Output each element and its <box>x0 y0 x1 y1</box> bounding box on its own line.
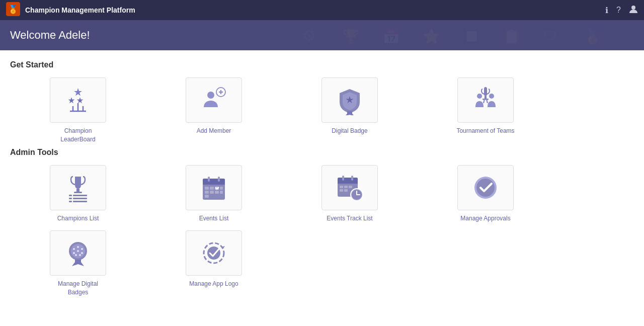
svg-rect-55 <box>338 182 358 184</box>
svg-rect-45 <box>210 187 214 190</box>
card-label-manage-digital-badges: Manage DigitalBadges <box>58 280 98 297</box>
card-label-champion-leaderboard: ChampionLeaderBoard <box>60 127 95 144</box>
svg-rect-51 <box>220 191 223 194</box>
card-box-events-track-list[interactable] <box>321 165 378 210</box>
card-label-tournament-of-teams: Tournament of Teams <box>456 127 514 135</box>
svg-text:⭐: ⭐ <box>423 28 440 45</box>
svg-text:🏅: 🏅 <box>8 5 18 14</box>
card-box-manage-digital-badges[interactable] <box>50 230 106 276</box>
get-started-title: Get Started <box>10 60 634 69</box>
svg-text:🏅: 🏅 <box>584 28 601 45</box>
topbar-left: 🏅 Champion Management Platform <box>6 2 135 18</box>
info-icon[interactable]: ℹ <box>605 6 608 15</box>
medal-dots-icon <box>63 238 93 268</box>
get-started-section: Get Started Cha <box>10 60 634 144</box>
svg-rect-33 <box>69 195 72 196</box>
svg-point-77 <box>75 254 77 256</box>
svg-point-74 <box>73 252 75 254</box>
svg-rect-48 <box>205 191 209 194</box>
card-box-manage-approvals[interactable] <box>457 165 514 210</box>
team-trophy-icon <box>470 85 501 115</box>
svg-point-18 <box>207 92 214 99</box>
card-box-champion-leaderboard[interactable] <box>50 77 106 123</box>
card-box-champions-list[interactable] <box>50 165 106 210</box>
svg-marker-24 <box>345 114 355 115</box>
svg-rect-42 <box>208 177 210 182</box>
card-box-manage-app-logo[interactable] <box>186 230 242 276</box>
svg-point-2 <box>631 6 635 10</box>
add-people-icon <box>199 85 229 115</box>
svg-marker-17 <box>77 97 84 103</box>
calendar-clock-icon <box>335 173 365 203</box>
svg-rect-56 <box>342 176 344 181</box>
svg-text:🏆: 🏆 <box>342 28 360 45</box>
svg-point-71 <box>73 248 75 250</box>
card-add-member[interactable]: Add Member <box>146 77 282 135</box>
admin-tools-section: Admin Tools <box>10 148 634 297</box>
svg-marker-80 <box>72 262 84 266</box>
svg-point-75 <box>77 250 79 252</box>
card-champions-list[interactable]: Champions List <box>10 165 146 223</box>
card-label-manage-approvals: Manage Approvals <box>460 214 510 223</box>
card-box-tournament-of-teams[interactable] <box>457 77 514 123</box>
svg-text:📋: 📋 <box>503 28 521 45</box>
card-manage-digital-badges[interactable]: Manage DigitalBadges <box>10 230 146 297</box>
svg-text:🛡: 🛡 <box>543 29 557 44</box>
topbar: 🏅 Champion Management Platform ℹ ? <box>0 0 644 20</box>
person-icon[interactable] <box>629 5 638 16</box>
app-title: Champion Management Platform <box>25 6 135 14</box>
svg-rect-27 <box>485 96 487 99</box>
card-digital-badge[interactable]: Digital Badge <box>282 77 418 135</box>
svg-point-68 <box>476 179 495 197</box>
shield-badge-icon <box>335 85 365 115</box>
svg-rect-52 <box>205 195 209 198</box>
trophy-stars-icon <box>63 85 93 115</box>
get-started-cards: ChampionLeaderBoard Add Member <box>10 77 634 144</box>
svg-rect-32 <box>74 192 82 193</box>
banner-decoration: ⚙ 🏆 📅 ⭐ 🔲 📋 🛡 🏅 <box>292 20 644 50</box>
svg-marker-15 <box>68 97 75 103</box>
card-events-list[interactable]: Events List <box>146 165 282 223</box>
svg-point-73 <box>81 248 83 250</box>
card-events-track-list[interactable]: Events Track List <box>282 165 418 223</box>
card-label-events-track-list: Events Track List <box>327 214 372 223</box>
svg-rect-58 <box>340 186 343 188</box>
admin-tools-title: Admin Tools <box>10 148 634 157</box>
svg-rect-34 <box>73 195 87 196</box>
svg-rect-28 <box>482 99 489 100</box>
svg-rect-41 <box>203 183 225 185</box>
svg-rect-35 <box>69 198 72 199</box>
card-label-add-member: Add Member <box>197 127 231 135</box>
svg-rect-43 <box>218 177 220 182</box>
svg-text:⚙: ⚙ <box>302 27 316 45</box>
svg-rect-59 <box>344 186 348 188</box>
svg-rect-38 <box>73 201 87 202</box>
card-label-manage-app-logo: Manage App Logo <box>189 280 238 288</box>
card-champion-leaderboard[interactable]: ChampionLeaderBoard <box>10 77 146 144</box>
card-manage-app-logo[interactable]: Manage App Logo <box>146 230 282 288</box>
svg-text:🔲: 🔲 <box>463 28 480 45</box>
calendar-check-icon <box>199 173 229 203</box>
svg-text:📅: 📅 <box>382 28 400 45</box>
svg-rect-50 <box>215 191 219 194</box>
card-tournament-of-teams[interactable]: Tournament of Teams <box>418 77 553 135</box>
card-manage-approvals[interactable]: Manage Approvals <box>418 165 553 223</box>
welcome-text: Welcome Adele! <box>10 29 90 42</box>
card-box-digital-badge[interactable] <box>321 77 378 123</box>
svg-rect-23 <box>347 111 352 114</box>
svg-rect-37 <box>69 201 72 202</box>
trophy-list-icon <box>63 173 93 203</box>
svg-point-76 <box>81 252 83 254</box>
svg-marker-16 <box>74 88 82 96</box>
svg-rect-62 <box>344 189 348 192</box>
svg-rect-61 <box>340 189 343 192</box>
svg-point-26 <box>489 94 494 99</box>
card-box-events-list[interactable] <box>186 165 242 210</box>
help-icon[interactable]: ? <box>616 6 621 15</box>
card-box-add-member[interactable] <box>186 77 242 123</box>
welcome-banner: Welcome Adele! ⚙ 🏆 📅 ⭐ 🔲 📋 🛡 🏅 <box>0 20 644 50</box>
svg-rect-47 <box>220 187 223 190</box>
card-label-champions-list: Champions List <box>57 214 99 223</box>
approve-badge-icon <box>470 173 501 203</box>
svg-point-25 <box>477 94 482 99</box>
